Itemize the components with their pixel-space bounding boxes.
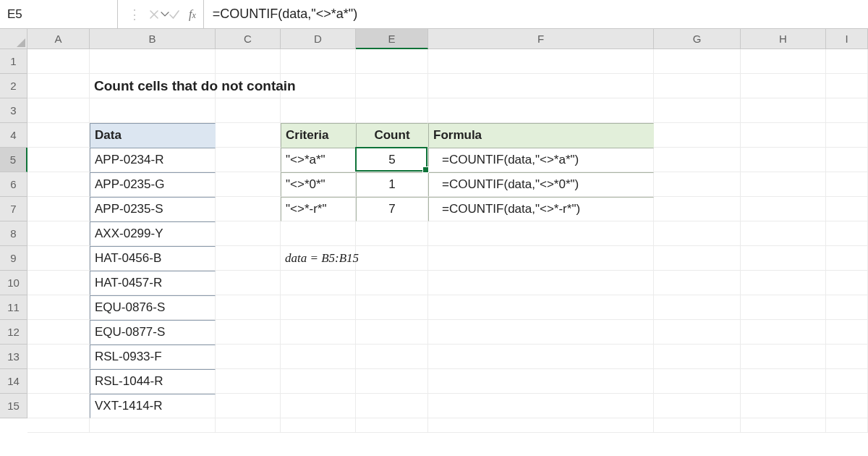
row-header-1[interactable]: 1: [0, 49, 27, 74]
cell[interactable]: [216, 197, 281, 221]
row-header-12[interactable]: 12: [0, 320, 27, 345]
column-header-I[interactable]: I: [826, 29, 868, 49]
cell[interactable]: [741, 295, 826, 320]
data-cell[interactable]: EQU-0877-S: [90, 320, 216, 345]
cell[interactable]: [216, 98, 281, 123]
cell[interactable]: [356, 74, 428, 98]
split-handle-icon[interactable]: ⋮: [128, 7, 140, 22]
cell[interactable]: [27, 123, 90, 148]
cell[interactable]: [826, 394, 868, 418]
cell[interactable]: [281, 98, 356, 123]
count-cell[interactable]: 7: [356, 197, 428, 221]
cell[interactable]: [27, 345, 90, 369]
cell[interactable]: [27, 320, 90, 345]
cell[interactable]: [826, 197, 868, 221]
cancel-icon[interactable]: [148, 9, 160, 20]
cell[interactable]: [216, 320, 281, 345]
column-header-F[interactable]: F: [428, 29, 654, 49]
cell[interactable]: [654, 49, 741, 74]
data-cell[interactable]: EQU-0876-S: [90, 295, 216, 320]
cell[interactable]: [654, 148, 741, 172]
cell[interactable]: [27, 49, 90, 74]
formula-cell[interactable]: =COUNTIF(data,"<>*a*"): [428, 148, 654, 172]
column-header-A[interactable]: A: [27, 29, 90, 49]
cell[interactable]: [281, 320, 356, 345]
cell[interactable]: [826, 246, 868, 271]
count-cell[interactable]: 1: [356, 172, 428, 197]
cell[interactable]: [356, 369, 428, 394]
fx-icon[interactable]: fx: [189, 8, 196, 21]
cell[interactable]: [654, 418, 741, 433]
cell[interactable]: [428, 320, 654, 345]
cell[interactable]: [216, 246, 281, 271]
cell[interactable]: [281, 295, 356, 320]
cell[interactable]: [826, 369, 868, 394]
cell[interactable]: [826, 418, 868, 433]
column-header-D[interactable]: D: [281, 29, 356, 49]
cell[interactable]: [741, 221, 826, 246]
cell[interactable]: [654, 123, 741, 148]
data-cell[interactable]: RSL-1044-R: [90, 369, 216, 394]
data-cell[interactable]: APP-0235-S: [90, 197, 216, 221]
column-header-E[interactable]: E: [356, 29, 428, 49]
cell[interactable]: [741, 172, 826, 197]
cell[interactable]: [741, 369, 826, 394]
cell[interactable]: [281, 49, 356, 74]
cell[interactable]: [741, 246, 826, 271]
data-cell[interactable]: AXX-0299-Y: [90, 221, 216, 246]
cell[interactable]: [216, 49, 281, 74]
cell[interactable]: [27, 197, 90, 221]
row-header-5[interactable]: 5: [0, 148, 27, 172]
cell[interactable]: [428, 394, 654, 418]
enter-icon[interactable]: [169, 9, 180, 20]
cell[interactable]: [356, 418, 428, 433]
cell[interactable]: [216, 271, 281, 295]
cell[interactable]: [741, 123, 826, 148]
formula-cell[interactable]: =COUNTIF(data,"<>*-r*"): [428, 197, 654, 221]
criteria-cell[interactable]: "<>*a*": [281, 148, 356, 172]
data-cell[interactable]: HAT-0457-R: [90, 271, 216, 295]
row-header-2[interactable]: 2: [0, 74, 27, 98]
cell[interactable]: [27, 221, 90, 246]
row-header-4[interactable]: 4: [0, 123, 27, 148]
cell[interactable]: [654, 271, 741, 295]
cell[interactable]: [741, 345, 826, 369]
cell[interactable]: [654, 98, 741, 123]
cell[interactable]: [741, 320, 826, 345]
cell[interactable]: [654, 320, 741, 345]
cell[interactable]: [281, 271, 356, 295]
cell[interactable]: [428, 418, 654, 433]
cell[interactable]: [654, 295, 741, 320]
row-header-14[interactable]: 14: [0, 369, 27, 394]
cell[interactable]: [654, 394, 741, 418]
row-header-10[interactable]: 10: [0, 271, 27, 295]
cell[interactable]: [216, 369, 281, 394]
cell[interactable]: [428, 369, 654, 394]
column-header-C[interactable]: C: [216, 29, 281, 49]
criteria-cell[interactable]: "<>*-r*": [281, 197, 356, 221]
cell[interactable]: [356, 221, 428, 246]
cell[interactable]: [356, 295, 428, 320]
cell[interactable]: [826, 74, 868, 98]
cell[interactable]: [356, 49, 428, 74]
row-header-11[interactable]: 11: [0, 295, 27, 320]
row-header-3[interactable]: 3: [0, 98, 27, 123]
cell[interactable]: [27, 148, 90, 172]
select-all-corner[interactable]: [0, 29, 27, 49]
cell[interactable]: [216, 172, 281, 197]
cell[interactable]: [281, 345, 356, 369]
cell[interactable]: [741, 98, 826, 123]
cell[interactable]: [216, 295, 281, 320]
cell[interactable]: [356, 271, 428, 295]
cell[interactable]: [27, 295, 90, 320]
cell[interactable]: [826, 320, 868, 345]
formula-input[interactable]: [204, 0, 868, 28]
cell[interactable]: [216, 123, 281, 148]
cell[interactable]: [826, 123, 868, 148]
data-cell[interactable]: VXT-1414-R: [90, 394, 216, 418]
cell[interactable]: [90, 98, 216, 123]
cell[interactable]: [826, 148, 868, 172]
cell[interactable]: [428, 271, 654, 295]
formula-cell[interactable]: =COUNTIF(data,"<>*0*"): [428, 172, 654, 197]
cell[interactable]: [654, 74, 741, 98]
